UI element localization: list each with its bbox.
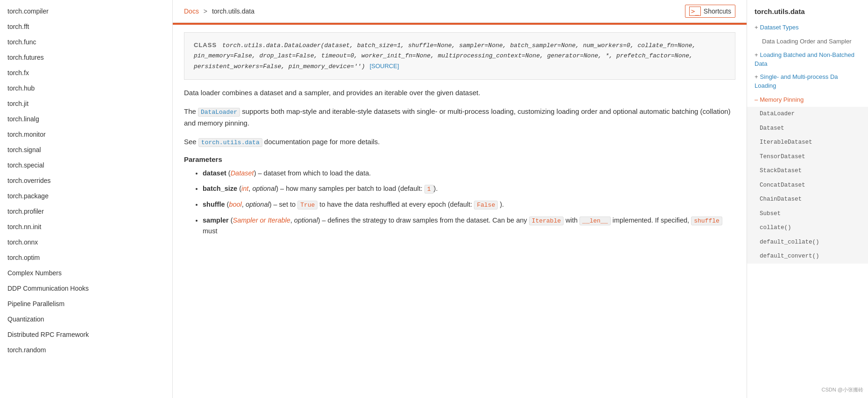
breadcrumb-bar: Docs > torch.utils.data >_ Shortcuts [173,0,747,23]
sidebar-item-torch-linalg[interactable]: torch.linalg [0,112,172,127]
sidebar-item-torch-compiler[interactable]: torch.compiler [0,4,172,19]
sidebar-item-torch-monitor[interactable]: torch.monitor [0,127,172,142]
sidebar-item-complex-numbers[interactable]: Complex Numbers [0,265,172,281]
rs-chain-dataset[interactable]: ChainDataset [747,192,868,207]
desc3-post: documentation page for more details. [262,138,380,146]
dataloader-code-link[interactable]: DataLoader [198,108,240,117]
params-heading: Parameters [184,155,735,163]
param-type-sampler: Sampler or Iterable [233,216,290,224]
breadcrumb: Docs > torch.utils.data [184,7,254,15]
rs-default-collate[interactable]: default_collate() [747,235,868,250]
rs-subset[interactable]: Subset [747,207,868,221]
sidebar-item-pipeline-parallelism[interactable]: Pipeline Parallelism [0,296,172,312]
param-desc-dataset: – dataset from which to load the data. [258,169,371,177]
sidebar-item-torch-package[interactable]: torch.package [0,189,172,204]
sidebar-item-torch-nn-init[interactable]: torch.nn.init [0,219,172,235]
param-sampler: sampler (Sampler or Iterable, optional) … [203,215,735,237]
param-name-sampler: sampler [203,216,229,224]
rs-default-convert[interactable]: default_convert() [747,249,868,264]
param-desc-batch-size: – how many samples per batch to load (de… [280,185,438,192]
watermark: CSDN @小张搬砖 [822,386,863,393]
sidebar-item-torch-fx[interactable]: torch.fx [0,65,172,81]
breadcrumb-current: torch.utils.data [212,7,254,15]
shortcuts-label: Shortcuts [704,7,731,15]
rs-tensor-dataset[interactable]: TensorDataset [747,150,868,164]
desc2-post: supports both map-style and iterable-sty… [184,107,731,127]
breadcrumb-docs-link[interactable]: Docs [184,7,199,15]
breadcrumb-separator: > [204,7,207,15]
sidebar-item-torch-random[interactable]: torch.random [0,342,172,358]
desc3-pre: See [184,138,198,146]
class-label: CLASS [194,42,217,49]
rs-iterable-dataset[interactable]: IterableDataset [747,135,868,150]
sidebar-item-torch-jit[interactable]: torch.jit [0,96,172,112]
param-type-dataset[interactable]: Dataset [231,169,254,177]
param-name-shuffle: shuffle [203,201,225,208]
rs-concat-dataset[interactable]: ConcatDataset [747,178,868,193]
params-list: dataset (Dataset) – dataset from which t… [184,168,735,237]
param-type-batch-size: int [241,185,248,192]
source-link[interactable]: [SOURCE] [370,63,399,70]
sidebar-item-torch-overrides[interactable]: torch.overrides [0,173,172,189]
param-name-dataset: dataset [203,169,226,177]
sidebar-item-torch-futures[interactable]: torch.futures [0,50,172,65]
shortcuts-icon: >_ [689,7,701,16]
param-desc-shuffle: – set to True to have the data reshuffle… [274,201,504,208]
torch-utils-data-link[interactable]: torch.utils.data [198,138,262,147]
param-batch-size: batch_size (int, optional) – how many sa… [203,183,735,195]
rs-memory-pinning[interactable]: –Memory Pinning [747,92,868,107]
sidebar-item-torch-fft[interactable]: torch.fft [0,19,172,35]
shortcuts-button[interactable]: >_ Shortcuts [685,5,735,18]
rs-stack-dataset[interactable]: StackDataset [747,164,868,178]
sidebar-item-torch-profiler[interactable]: torch.profiler [0,204,172,219]
sidebar-item-ddp-hooks[interactable]: DDP Communication Hooks [0,281,172,296]
description-2: The DataLoader supports both map-style a… [184,106,735,129]
desc2-pre: The [184,107,198,115]
param-type-shuffle: bool [229,201,241,208]
param-name-batch-size: batch_size [203,185,237,192]
sidebar-item-torch-optim[interactable]: torch.optim [0,250,172,265]
sidebar-item-torch-onnx[interactable]: torch.onnx [0,235,172,250]
description-1: Data loader combines a dataset and a sam… [184,87,735,98]
description-3: See torch.utils.data documentation page … [184,136,735,148]
sidebar-item-torch-hub[interactable]: torch.hub [0,81,172,96]
right-sidebar: torch.utils.data +Dataset Types Data Loa… [747,0,868,398]
sidebar-item-quantization[interactable]: Quantization [0,312,172,327]
rs-data-loading-order[interactable]: Data Loading Order and Sampler [747,34,868,49]
rs-loading-batched[interactable]: +Loading Batched and Non-Batched Data [747,49,868,70]
rs-collate[interactable]: collate() [747,221,868,235]
param-shuffle: shuffle (bool, optional) – set to True t… [203,199,735,210]
sidebar-item-distributed-rpc[interactable]: Distributed RPC Framework [0,327,172,342]
content-area: Data loader combines a dataset and a sam… [173,87,747,252]
rs-dataset-types[interactable]: +Dataset Types [747,21,868,34]
rs-single-multi-process[interactable]: +Single- and Multi-process Da Loading [747,70,868,92]
rs-dataloader[interactable]: DataLoader [747,107,868,121]
red-accent-line [173,23,747,25]
rs-dataset[interactable]: Dataset [747,121,868,136]
param-dataset: dataset (Dataset) – dataset from which t… [203,168,735,179]
sidebar-item-torch-signal[interactable]: torch.signal [0,142,172,158]
sidebar-item-torch-special[interactable]: torch.special [0,158,172,173]
right-sidebar-title: torch.utils.data [747,6,868,21]
main-content: Docs > torch.utils.data >_ Shortcuts CLA… [173,0,747,398]
class-signature-box: CLASStorch.utils.data.DataLoader(dataset… [184,32,735,80]
left-sidebar: torch.compiler torch.fft torch.func torc… [0,0,173,398]
class-name: torch.utils.data.DataLoader(dataset, bat… [194,42,696,70]
sidebar-item-torch-func[interactable]: torch.func [0,35,172,50]
